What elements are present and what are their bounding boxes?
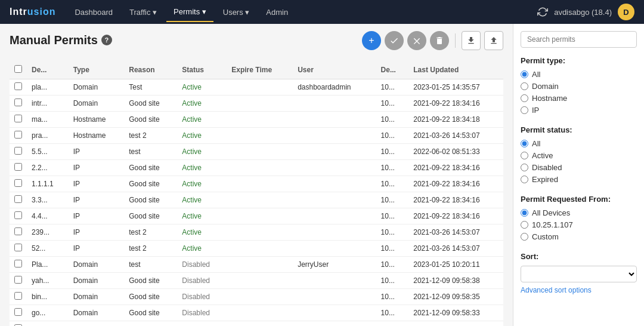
radio-all[interactable] (521, 140, 528, 147)
cell-reason: Good site (124, 273, 177, 289)
cell-expire (227, 128, 293, 144)
radio-item-custom[interactable]: Custom (521, 232, 637, 241)
radio-hostname[interactable] (521, 94, 528, 102)
cell-de: 10... (376, 176, 409, 192)
row-checkbox[interactable] (14, 179, 22, 187)
permit-requested-label: Permit Requested From: (521, 195, 637, 204)
cell-user (293, 192, 376, 208)
table-row: 239... IP test 2 Active 10... 2021-03-26… (10, 224, 503, 241)
enable-button[interactable] (385, 31, 404, 50)
disable-button[interactable] (407, 31, 426, 50)
radio-domain[interactable] (521, 82, 528, 90)
cell-expire (227, 144, 293, 160)
radio-item-all[interactable]: All (521, 70, 637, 79)
table-row: bin... Domain Good site Disabled 10... 2… (10, 289, 503, 305)
radio-disabled[interactable] (521, 164, 528, 171)
radio-item-active[interactable]: Active (521, 151, 637, 160)
row-checkbox[interactable] (14, 147, 22, 155)
cell-status: Disabled (177, 321, 227, 327)
user-avatar[interactable]: D (618, 4, 634, 20)
cell-type: Domain (69, 257, 125, 273)
radio-item-domain[interactable]: Domain (521, 82, 637, 91)
select-all-checkbox[interactable] (14, 65, 22, 73)
radio-item-ip[interactable]: IP (521, 106, 637, 115)
radio-custom[interactable] (521, 233, 528, 241)
cell-status: Active (177, 241, 227, 257)
table-body: pla... Domain Test Active dashboardadmin… (10, 79, 503, 327)
row-checkbox[interactable] (14, 115, 22, 122)
cell-de: 10... (376, 305, 409, 321)
nav-permits[interactable]: Permits ▾ (166, 2, 213, 22)
help-badge[interactable]: ? (101, 35, 112, 45)
refresh-icon[interactable] (537, 7, 548, 17)
radio-item-hostname[interactable]: Hostname (521, 94, 637, 103)
radio-active[interactable] (521, 152, 528, 159)
cell-status: Active (177, 224, 227, 241)
radio-item-disabled[interactable]: Disabled (521, 163, 637, 172)
row-checkbox[interactable] (14, 99, 22, 106)
radio-label: Disabled (532, 163, 562, 172)
cell-type: Hostname (69, 128, 125, 144)
radio-expired[interactable] (521, 176, 528, 183)
radio-label: IP (532, 106, 539, 115)
row-checkbox[interactable] (14, 211, 22, 219)
col-user: User (293, 61, 376, 79)
cell-reason: Good site (124, 96, 177, 112)
radio-label: Custom (532, 232, 559, 241)
add-permit-button[interactable]: + (362, 31, 381, 50)
row-checkbox[interactable] (14, 292, 22, 300)
nav-users[interactable]: Users ▾ (216, 3, 257, 21)
table-header-row: De... Type Reason Status Expire Time Use… (10, 61, 503, 79)
radio-10.25.1.107[interactable] (521, 221, 528, 229)
row-checkbox[interactable] (14, 82, 22, 90)
cell-reason: test (124, 257, 177, 273)
row-checkbox[interactable] (14, 131, 22, 139)
row-checkbox[interactable] (14, 260, 22, 267)
radio-all-devices[interactable] (521, 209, 528, 217)
nav-admin[interactable]: Admin (259, 3, 295, 21)
cell-de: 10... (376, 112, 409, 128)
row-checkbox[interactable] (14, 227, 22, 235)
col-dest: De... (27, 61, 69, 79)
row-checkbox[interactable] (14, 244, 22, 251)
download-button[interactable] (462, 31, 481, 50)
cell-status: Active (177, 160, 227, 176)
radio-item-10.25.1.107[interactable]: 10.25.1.107 (521, 220, 637, 229)
advanced-sort-link[interactable]: Advanced sort options (521, 286, 637, 294)
cell-updated: 2021-09-22 18:34:18 (408, 112, 503, 128)
radio-item-all[interactable]: All (521, 139, 637, 148)
sort-select[interactable] (521, 266, 637, 282)
cell-updated: 2021-03-26 14:53:07 (408, 128, 503, 144)
row-checkbox[interactable] (14, 276, 22, 284)
cell-type: IP (69, 160, 125, 176)
cell-reason: Good site (124, 208, 177, 224)
cell-de: 10... (376, 241, 409, 257)
nav-traffic[interactable]: Traffic ▾ (122, 3, 164, 21)
radio-item-all-devices[interactable]: All Devices (521, 208, 637, 217)
cell-updated: 2021-09-22 18:34:16 (408, 96, 503, 112)
radio-label: Domain (532, 82, 559, 91)
content-area: Manual Permits ? + (0, 24, 513, 326)
row-checkbox[interactable] (14, 163, 22, 171)
radio-ip[interactable] (521, 106, 528, 114)
cell-de: 10... (376, 128, 409, 144)
cell-de: 10... (376, 321, 409, 327)
cell-user (293, 160, 376, 176)
cell-user (293, 241, 376, 257)
user-label: avdisabgo (18.4) (554, 8, 612, 17)
row-checkbox[interactable] (14, 195, 22, 203)
radio-all[interactable] (521, 70, 528, 78)
cell-updated: 2021-09-22 18:34:16 (408, 176, 503, 192)
permit-requested-options: All Devices10.25.1.107Custom (521, 208, 637, 241)
search-permits-input[interactable] (521, 31, 637, 48)
cell-type: Domain (69, 289, 125, 305)
table-row: Pla... Domain test Disabled JerryUser 10… (10, 257, 503, 273)
radio-label: All (532, 70, 540, 79)
cell-type: Domain (69, 321, 125, 327)
radio-item-expired[interactable]: Expired (521, 175, 637, 184)
row-checkbox[interactable] (14, 308, 22, 316)
nav-dashboard[interactable]: Dashboard (67, 3, 120, 21)
delete-button[interactable] (430, 31, 449, 50)
cell-expire (227, 321, 293, 327)
upload-button[interactable] (484, 31, 503, 50)
